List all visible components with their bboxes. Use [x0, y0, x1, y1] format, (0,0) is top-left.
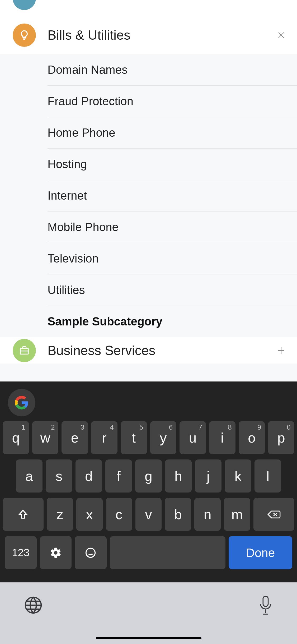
- key-s[interactable]: s: [46, 459, 72, 493]
- category-title: Bills & Utilities: [48, 27, 276, 43]
- briefcase-icon: [13, 339, 36, 362]
- settings-key[interactable]: [40, 536, 72, 569]
- key-o[interactable]: o9: [239, 421, 265, 454]
- key-r[interactable]: r4: [91, 421, 117, 454]
- numbers-key[interactable]: 123: [5, 536, 37, 569]
- subcategory-list: Domain Names Fraud Protection Home Phone…: [0, 54, 297, 337]
- subcategory-item[interactable]: Internet: [48, 180, 297, 211]
- previous-category-icon: [13, 0, 36, 10]
- key-z[interactable]: z: [47, 498, 73, 531]
- previous-category-peek: [0, 0, 297, 16]
- key-i[interactable]: i8: [209, 421, 235, 454]
- subcategory-item[interactable]: Home Phone: [48, 117, 297, 149]
- subcategory-item[interactable]: Domain Names: [48, 54, 297, 86]
- backspace-key[interactable]: [253, 498, 294, 531]
- lightbulb-icon: [13, 24, 36, 47]
- subcategory-item[interactable]: Hosting: [48, 149, 297, 180]
- keyboard-row-3: z x c v b n m: [0, 495, 297, 533]
- key-x[interactable]: x: [76, 498, 103, 531]
- key-q[interactable]: q1: [3, 421, 29, 454]
- home-indicator[interactable]: [96, 637, 201, 639]
- key-g[interactable]: g: [135, 459, 162, 493]
- subcategory-item[interactable]: Mobile Phone: [48, 211, 297, 243]
- svg-rect-3: [263, 596, 268, 606]
- key-h[interactable]: h: [165, 459, 192, 493]
- plus-icon[interactable]: [276, 345, 286, 356]
- key-e[interactable]: e3: [62, 421, 88, 454]
- key-l[interactable]: l: [254, 459, 281, 493]
- globe-icon[interactable]: [24, 596, 43, 615]
- key-n[interactable]: n: [194, 498, 221, 531]
- keyboard-suggestion-bar: [0, 387, 297, 418]
- key-w[interactable]: w2: [32, 421, 59, 454]
- keyboard-row-2: a s d f g h j k l: [0, 457, 297, 495]
- key-t[interactable]: t5: [121, 421, 147, 454]
- key-c[interactable]: c: [106, 498, 132, 531]
- subcategory-item[interactable]: Utilities: [48, 274, 297, 306]
- done-key[interactable]: Done: [229, 536, 292, 569]
- google-icon[interactable]: [8, 389, 35, 416]
- key-y[interactable]: y6: [150, 421, 177, 454]
- category-title: Business Services: [48, 343, 276, 358]
- mic-icon[interactable]: [258, 595, 273, 616]
- category-header-business[interactable]: Business Services: [0, 337, 297, 364]
- new-subcategory-input[interactable]: [48, 315, 286, 328]
- key-j[interactable]: j: [195, 459, 221, 493]
- keyboard-row-1: q1 w2 e3 r4 t5 y6 u7 i8 o9 p0: [0, 418, 297, 457]
- keyboard-bottom-bar: [0, 582, 297, 644]
- key-b[interactable]: b: [165, 498, 191, 531]
- key-a[interactable]: a: [16, 459, 43, 493]
- key-f[interactable]: f: [105, 459, 132, 493]
- subcategory-item[interactable]: Television: [48, 243, 297, 274]
- space-key[interactable]: [110, 536, 225, 569]
- key-p[interactable]: p0: [268, 421, 294, 454]
- category-header-bills[interactable]: Bills & Utilities: [0, 16, 297, 54]
- subcategory-item[interactable]: Fraud Protection: [48, 86, 297, 117]
- svg-point-1: [86, 548, 95, 557]
- keyboard: q1 w2 e3 r4 t5 y6 u7 i8 o9 p0 a s d f g …: [0, 381, 297, 644]
- key-k[interactable]: k: [225, 459, 251, 493]
- close-icon[interactable]: [276, 30, 286, 40]
- shift-key[interactable]: [3, 498, 44, 531]
- key-v[interactable]: v: [135, 498, 162, 531]
- key-d[interactable]: d: [76, 459, 102, 493]
- emoji-key[interactable]: [75, 536, 107, 569]
- key-u[interactable]: u7: [180, 421, 206, 454]
- key-m[interactable]: m: [224, 498, 250, 531]
- keyboard-row-4: 123 Done: [0, 533, 297, 573]
